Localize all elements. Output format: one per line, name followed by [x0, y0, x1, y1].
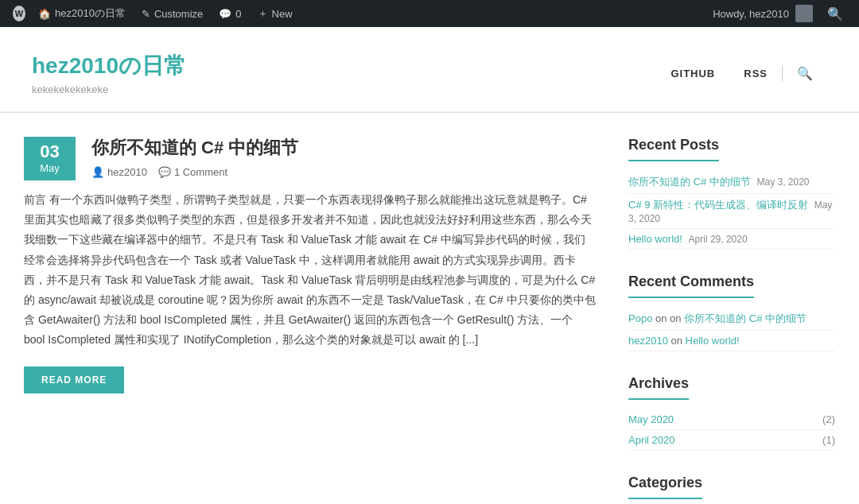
recent-posts-list: 你所不知道的 C# 中的细节 May 3, 2020 C# 9 新特性：代码生成…	[628, 171, 835, 250]
archive-count-0: (2)	[822, 413, 835, 425]
recent-post-date-0: May 3, 2020	[756, 176, 809, 188]
recent-posts-title: Recent Posts	[628, 137, 719, 161]
recent-post-item: C# 9 新特性：代码生成器、编译时反射 May 3, 2020	[628, 194, 835, 229]
commenter-1: hez2010	[628, 335, 668, 347]
post-comments[interactable]: 1 Comment	[174, 166, 227, 178]
categories-widget: Categories	[628, 475, 835, 504]
wordpress-logo[interactable]: W	[8, 2, 30, 25]
comment-post-link-1[interactable]: Hello world!	[686, 335, 740, 347]
archives-title: Archives	[628, 375, 689, 400]
post-comments-meta: 💬 1 Comment	[158, 166, 227, 178]
post-title-meta: 你所不知道的 C# 中的细节 👤 hez2010 💬 1 Comment	[91, 137, 298, 178]
new-link[interactable]: ＋ New	[250, 0, 301, 27]
read-more-button[interactable]: READ MORE	[24, 366, 124, 394]
howdy-text: Howdy, hez2010	[713, 8, 789, 20]
nav-search-icon[interactable]: 🔍	[783, 66, 827, 81]
recent-post-link-1[interactable]: C# 9 新特性：代码生成器、编译时反射	[628, 199, 808, 211]
new-icon: ＋	[258, 6, 268, 21]
site-title[interactable]: hez2010の日常	[32, 51, 186, 81]
post-author-meta: 👤 hez2010	[91, 166, 147, 178]
recent-post-date-2: April 29, 2020	[689, 234, 748, 245]
admin-avatar[interactable]	[795, 5, 813, 22]
post-date-day: 03	[28, 143, 72, 161]
post-date-month: May	[28, 162, 72, 174]
site-description: kekekekekekeke	[32, 83, 186, 95]
commenter-0: Popo	[628, 312, 652, 324]
post-title[interactable]: 你所不知道的 C# 中的细节	[91, 137, 298, 160]
content-area: 03 May 你所不知道的 C# 中的细节 👤 hez2010 💬 1 Comm…	[24, 137, 597, 504]
comments-icon: 💬	[219, 8, 231, 20]
post-header: 03 May 你所不知道的 C# 中的细节 👤 hez2010 💬 1 Comm…	[24, 137, 597, 180]
main-container: 03 May 你所不知道的 C# 中的细节 👤 hez2010 💬 1 Comm…	[8, 113, 851, 504]
post-date-box: 03 May	[24, 137, 76, 180]
archive-item-1: April 2020 (1)	[628, 430, 835, 451]
archive-link-1[interactable]: April 2020	[628, 434, 675, 446]
archives-widget: Archives May 2020 (2) April 2020 (1)	[628, 375, 835, 451]
customize-icon: ✎	[142, 8, 150, 20]
comments-link[interactable]: 💬 0	[211, 0, 249, 27]
customize-link[interactable]: ✎ Customize	[134, 0, 211, 27]
on-text-0: on	[655, 312, 667, 324]
recent-post-item: 你所不知道的 C# 中的细节 May 3, 2020	[628, 171, 835, 194]
archive-count-1: (1)	[822, 434, 835, 446]
recent-post-item: Hello world! April 29, 2020	[628, 229, 835, 250]
recent-post-link-0[interactable]: 你所不知道的 C# 中的细节	[628, 176, 751, 188]
admin-bar: W 🏠 hez2010の日常 ✎ Customize 💬 0 ＋ New How…	[0, 0, 859, 27]
post-meta: 👤 hez2010 💬 1 Comment	[91, 166, 298, 178]
recent-posts-widget: Recent Posts 你所不知道的 C# 中的细节 May 3, 2020 …	[628, 137, 835, 250]
post-excerpt: 前言 有一个东西叫做鸭子类型，所谓鸭子类型就是，只要一个东西表现得像鸭子那么就能…	[24, 190, 597, 351]
categories-title: Categories	[628, 475, 702, 499]
post-author: hez2010	[107, 166, 147, 178]
user-icon: 👤	[91, 166, 104, 178]
customize-label: Customize	[154, 8, 203, 20]
archive-link-0[interactable]: May 2020	[628, 413, 674, 425]
nav-github[interactable]: GITHUB	[656, 68, 729, 79]
site-name-link[interactable]: 🏠 hez2010の日常	[30, 0, 134, 27]
sidebar: Recent Posts 你所不知道的 C# 中的细节 May 3, 2020 …	[628, 137, 835, 504]
wp-icon: W	[13, 6, 25, 21]
recent-post-link-2[interactable]: Hello world!	[628, 233, 682, 245]
recent-comments-widget: Recent Comments Popo on on 你所不知道的 C# 中的细…	[628, 273, 835, 351]
archive-item-0: May 2020 (2)	[628, 409, 835, 430]
post-item: 03 May 你所不知道的 C# 中的细节 👤 hez2010 💬 1 Comm…	[24, 137, 597, 394]
comment-item-1: hez2010 on Hello world!	[628, 331, 835, 351]
comments-count: 0	[235, 8, 241, 20]
site-name-label: hez2010の日常	[55, 6, 126, 21]
comment-post-link-0[interactable]: 你所不知道的 C# 中的细节	[684, 312, 807, 324]
site-name-icon: 🏠	[38, 8, 51, 20]
comment-item-0: Popo on on 你所不知道的 C# 中的细节	[628, 308, 835, 331]
recent-comments-title: Recent Comments	[628, 273, 754, 298]
admin-search-icon[interactable]: 🔍	[819, 6, 851, 21]
new-label: New	[272, 8, 293, 20]
admin-bar-right: Howdy, hez2010 🔍	[713, 5, 851, 22]
admin-bar-left: W 🏠 hez2010の日常 ✎ Customize 💬 0 ＋ New	[8, 0, 713, 27]
nav-rss[interactable]: RSS	[729, 68, 782, 79]
site-branding: hez2010の日常 kekekekekekeke	[32, 51, 186, 95]
comment-icon: 💬	[158, 166, 171, 178]
site-nav: GITHUB RSS 🔍	[656, 65, 827, 81]
site-header: hez2010の日常 kekekekekekeke GITHUB RSS 🔍	[0, 27, 859, 112]
